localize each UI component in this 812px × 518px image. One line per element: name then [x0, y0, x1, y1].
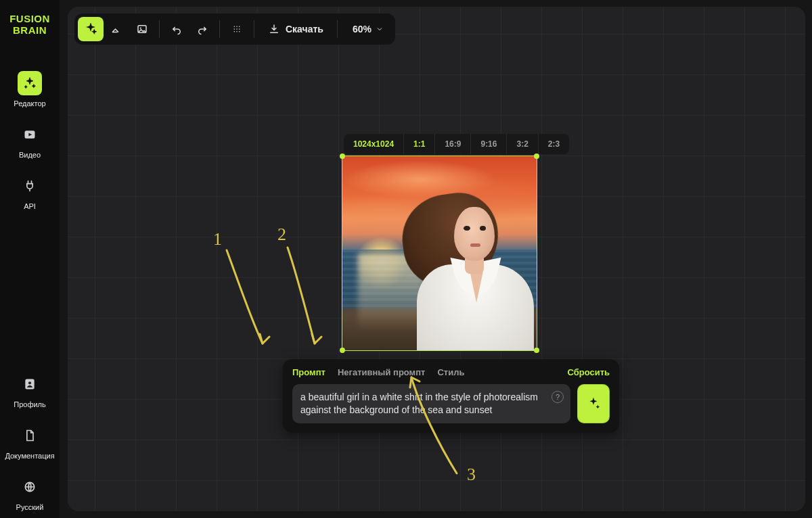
sidebar-item-video[interactable]: Видео: [3, 117, 57, 166]
play-icon: [18, 122, 42, 147]
sidebar-item-editor[interactable]: Редактор: [3, 66, 57, 114]
logo-line2: BRAIN: [13, 24, 47, 36]
svg-point-12: [234, 31, 235, 32]
document-icon: [18, 423, 42, 448]
sidebar-label-editor: Редактор: [14, 99, 45, 108]
prompt-input[interactable]: a beautiful girl in a white shirt in the…: [292, 384, 570, 423]
profile-icon: [18, 372, 42, 396]
svg-point-2: [28, 381, 31, 384]
generated-image: [342, 156, 537, 350]
tab-style[interactable]: Стиль: [437, 367, 464, 377]
tab-prompt[interactable]: Промпт: [292, 367, 325, 377]
sidebar-item-docs[interactable]: Документация: [3, 418, 57, 467]
ratio-1-1[interactable]: 1:1: [404, 134, 435, 154]
zoom-dropdown[interactable]: 60%: [342, 17, 392, 41]
svg-point-14: [239, 31, 240, 32]
svg-point-13: [236, 31, 238, 32]
svg-point-6: [234, 26, 235, 28]
sidebar-item-profile[interactable]: Профиль: [3, 367, 57, 415]
resize-handle-tr[interactable]: [534, 154, 539, 159]
zoom-value: 60%: [353, 24, 371, 34]
sidebar: FUSION BRAIN Редактор Видео API Профиль …: [0, 0, 60, 518]
sparkle-icon: [18, 71, 42, 95]
logo: FUSION BRAIN: [6, 14, 53, 36]
svg-point-11: [239, 28, 240, 30]
annot-label-3: 3: [467, 465, 476, 484]
toolbar: Скачать 60%: [74, 14, 395, 45]
resize-handle-tl[interactable]: [340, 154, 345, 159]
canvas-stage[interactable]: Скачать 60% 1024x1024 1:1 16:9 9:16 3:2 …: [68, 7, 805, 511]
prompt-text: a beautiful girl in a white shirt in the…: [300, 392, 538, 415]
download-icon: [268, 23, 280, 35]
svg-point-7: [236, 26, 238, 28]
tool-erase[interactable]: [104, 17, 129, 41]
sidebar-label-video: Видео: [19, 151, 41, 159]
tab-negative-prompt[interactable]: Негативный промпт: [338, 367, 426, 377]
prompt-panel: Промпт Негативный промпт Стиль Сбросить …: [283, 359, 619, 433]
reset-button[interactable]: Сбросить: [567, 367, 610, 377]
help-icon[interactable]: ?: [551, 391, 564, 403]
download-label: Скачать: [286, 24, 323, 34]
chevron-down-icon: [376, 25, 384, 33]
sidebar-label-docs: Документация: [5, 452, 54, 460]
download-button[interactable]: Скачать: [258, 17, 333, 41]
prompt-tabs: Промпт Негативный промпт Стиль Сбросить: [292, 367, 610, 377]
aspect-ratio-bar: 1024x1024 1:1 16:9 9:16 3:2 2:3: [344, 134, 569, 154]
ratio-3-2[interactable]: 3:2: [507, 134, 538, 154]
svg-point-5: [140, 27, 141, 28]
tool-redo[interactable]: [189, 17, 215, 41]
sidebar-label-profile: Профиль: [14, 400, 46, 408]
tool-undo[interactable]: [164, 17, 189, 41]
sidebar-item-language[interactable]: Русский: [3, 469, 57, 518]
ratio-16-9[interactable]: 16:9: [435, 134, 471, 154]
annot-label-2: 2: [277, 225, 286, 244]
generate-button[interactable]: [577, 384, 610, 423]
logo-line1: FUSION: [9, 13, 50, 24]
sparkle-icon: [586, 396, 601, 411]
tool-image[interactable]: [129, 17, 155, 41]
svg-point-8: [239, 26, 240, 28]
svg-point-9: [234, 28, 235, 30]
tool-generate[interactable]: [78, 17, 104, 41]
annot-label-1: 1: [213, 229, 222, 249]
ratio-dimensions[interactable]: 1024x1024: [344, 134, 404, 154]
svg-point-10: [236, 28, 238, 30]
sidebar-label-lang: Русский: [16, 503, 44, 511]
globe-icon: [18, 475, 42, 499]
sidebar-label-api: API: [24, 202, 36, 210]
ratio-9-16[interactable]: 9:16: [471, 134, 507, 154]
tool-grid[interactable]: [224, 17, 250, 41]
generated-image-frame[interactable]: [342, 156, 537, 351]
plug-icon: [18, 174, 42, 198]
resize-handle-bl[interactable]: [340, 348, 345, 353]
sidebar-item-api[interactable]: API: [3, 168, 57, 217]
ratio-2-3[interactable]: 2:3: [539, 134, 569, 154]
resize-handle-br[interactable]: [534, 348, 539, 353]
